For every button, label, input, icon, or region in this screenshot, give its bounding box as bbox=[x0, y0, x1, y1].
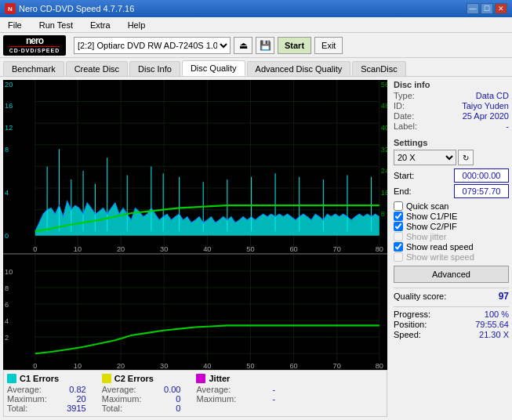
tab-bar: Benchmark Create Disc Disc Info Disc Qua… bbox=[0, 58, 512, 77]
id-value: Taiyo Yuden bbox=[462, 101, 509, 110]
show-jitter-checkbox[interactable] bbox=[394, 232, 403, 241]
svg-text:0: 0 bbox=[33, 244, 37, 252]
tab-disc-info[interactable]: Disc Info bbox=[129, 61, 180, 76]
save-icon[interactable]: 💾 bbox=[256, 37, 274, 54]
c1-avg-value: 0.82 bbox=[55, 385, 86, 394]
eject-icon[interactable]: ⏏ bbox=[234, 37, 252, 54]
show-jitter-label: Show jitter bbox=[406, 232, 446, 241]
progress-label: Progress: bbox=[394, 310, 430, 319]
settings-section: Settings 20 X ↻ Start: End: Qu bbox=[394, 138, 509, 283]
quality-score-label: Quality score: bbox=[394, 291, 446, 301]
type-value: Data CD bbox=[476, 91, 509, 100]
svg-text:20: 20 bbox=[117, 244, 125, 252]
date-value: 25 Apr 2020 bbox=[463, 111, 509, 121]
svg-text:48: 48 bbox=[381, 101, 387, 110]
show-c2pif-checkbox[interactable] bbox=[394, 222, 403, 231]
svg-text:50: 50 bbox=[246, 244, 254, 252]
c1-max-value: 20 bbox=[55, 394, 86, 404]
c2-avg-value: 0.00 bbox=[149, 385, 180, 394]
menu-run-test[interactable]: Run Test bbox=[34, 19, 78, 31]
speed-select[interactable]: 20 X bbox=[394, 150, 456, 165]
lower-chart: 10 8 6 4 2 0 10 20 30 40 50 60 bbox=[3, 254, 387, 370]
svg-text:30: 30 bbox=[160, 362, 168, 370]
refresh-button[interactable]: ↻ bbox=[458, 150, 474, 165]
tab-disc-quality[interactable]: Disc Quality bbox=[182, 60, 245, 76]
jitter-avg-value: - bbox=[244, 385, 275, 394]
c2-total-value: 0 bbox=[149, 404, 180, 413]
close-button[interactable]: ✕ bbox=[495, 3, 507, 14]
c2-max-value: 0 bbox=[149, 394, 180, 404]
c1-max-label: Maximum: bbox=[7, 394, 47, 404]
svg-text:16: 16 bbox=[381, 187, 387, 196]
app-logo: nero CD·DVD/SPEED bbox=[3, 35, 66, 56]
disc-info-section: Disc info Type: Data CD ID: Taiyo Yuden … bbox=[394, 80, 509, 132]
speed-label: Speed: bbox=[394, 330, 421, 339]
svg-text:6: 6 bbox=[5, 301, 9, 309]
c2-avg-label: Average: bbox=[102, 385, 136, 394]
c2-legend: C2 Errors Average: 0.00 Maximum: 0 Total… bbox=[102, 374, 181, 413]
svg-text:50: 50 bbox=[246, 362, 254, 370]
svg-text:20: 20 bbox=[5, 80, 13, 89]
id-label: ID: bbox=[394, 101, 405, 110]
svg-text:60: 60 bbox=[289, 244, 297, 252]
c1-label: C1 Errors bbox=[20, 374, 59, 383]
svg-text:0: 0 bbox=[33, 362, 37, 370]
end-time-input[interactable] bbox=[454, 184, 509, 198]
legend-area: C1 Errors Average: 0.82 Maximum: 20 Tota… bbox=[3, 370, 387, 417]
svg-text:40: 40 bbox=[203, 244, 211, 252]
show-write-speed-checkbox[interactable] bbox=[394, 252, 403, 262]
window-title: Nero CD-DVD Speed 4.7.7.16 bbox=[19, 4, 134, 13]
exit-button[interactable]: Exit bbox=[314, 37, 343, 54]
tab-create-disc[interactable]: Create Disc bbox=[66, 61, 128, 76]
show-c1pie-checkbox[interactable] bbox=[394, 212, 403, 221]
disc-label-value: - bbox=[506, 121, 509, 131]
end-label: End: bbox=[394, 186, 412, 196]
svg-text:56: 56 bbox=[381, 80, 387, 89]
c1-avg-label: Average: bbox=[7, 385, 42, 394]
svg-text:40: 40 bbox=[203, 362, 211, 370]
show-write-speed-label: Show write speed bbox=[406, 252, 474, 262]
settings-title: Settings bbox=[394, 138, 509, 147]
tab-advanced-disc-quality[interactable]: Advanced Disc Quality bbox=[247, 61, 351, 76]
progress-value: 100 % bbox=[485, 310, 509, 319]
quick-scan-label: Quick scan bbox=[406, 201, 448, 211]
svg-text:4: 4 bbox=[5, 187, 9, 196]
drive-select[interactable]: [2:2] Optiarc DVD RW AD-7240S 1.04 bbox=[74, 37, 231, 54]
tab-scandisc[interactable]: ScanDisc bbox=[352, 61, 405, 76]
svg-text:60: 60 bbox=[289, 362, 297, 370]
quality-score-row: Quality score: 97 bbox=[394, 288, 509, 302]
jitter-max-value: - bbox=[244, 394, 275, 404]
start-time-input[interactable] bbox=[454, 168, 509, 183]
type-label: Type: bbox=[394, 91, 415, 100]
svg-text:10: 10 bbox=[5, 268, 13, 276]
svg-text:32: 32 bbox=[381, 144, 387, 153]
maximize-button[interactable]: ☐ bbox=[481, 3, 493, 14]
svg-text:80: 80 bbox=[376, 244, 383, 252]
show-read-speed-checkbox[interactable] bbox=[394, 242, 403, 252]
show-read-speed-label: Show read speed bbox=[406, 242, 474, 252]
speed-value: 21.30 X bbox=[479, 330, 509, 339]
tab-benchmark[interactable]: Benchmark bbox=[3, 61, 64, 76]
minimize-button[interactable]: — bbox=[467, 3, 479, 14]
svg-text:8: 8 bbox=[5, 144, 9, 153]
svg-text:30: 30 bbox=[160, 244, 168, 252]
show-c1pie-label: Show C1/PIE bbox=[406, 212, 457, 221]
position-value: 79:55.64 bbox=[475, 320, 509, 329]
svg-text:8: 8 bbox=[381, 209, 385, 218]
main-content: 20 16 12 8 4 0 56 48 40 32 24 16 8 bbox=[0, 77, 512, 420]
right-panel: Disc info Type: Data CD ID: Taiyo Yuden … bbox=[390, 77, 512, 420]
jitter-legend: Jitter Average: - Maximum: - bbox=[196, 374, 275, 413]
c1-total-label: Total: bbox=[7, 404, 27, 413]
svg-text:16: 16 bbox=[5, 101, 13, 110]
jitter-avg-label: Average: bbox=[196, 385, 231, 394]
jitter-max-label: Maximum: bbox=[196, 394, 236, 404]
quick-scan-checkbox[interactable] bbox=[394, 201, 403, 211]
svg-text:40: 40 bbox=[381, 123, 387, 132]
start-button[interactable]: Start bbox=[278, 37, 311, 54]
menu-help[interactable]: Help bbox=[123, 19, 151, 31]
menu-file[interactable]: File bbox=[3, 19, 27, 31]
advanced-button[interactable]: Advanced bbox=[394, 266, 509, 283]
menu-extra[interactable]: Extra bbox=[85, 19, 115, 31]
c2-max-label: Maximum: bbox=[102, 394, 142, 404]
app-icon: N bbox=[5, 3, 16, 14]
